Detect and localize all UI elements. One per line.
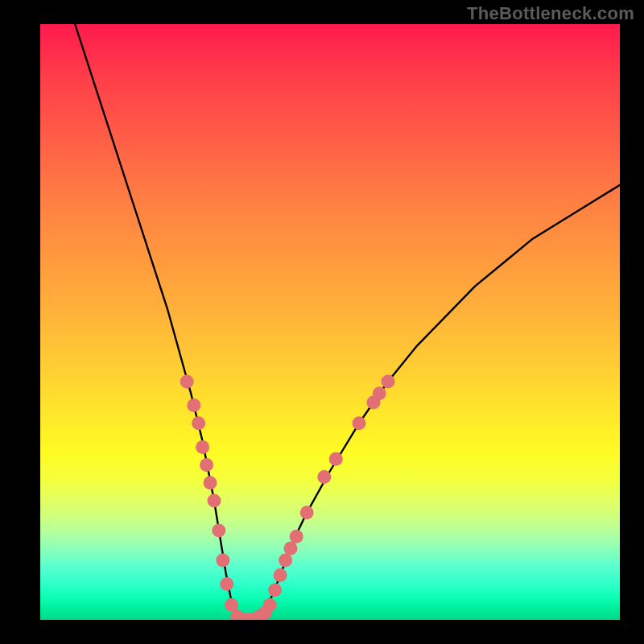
- data-marker: [212, 524, 225, 538]
- data-marker: [187, 398, 200, 412]
- plot-area: [40, 24, 620, 620]
- data-marker: [204, 476, 217, 489]
- data-marker: [196, 440, 209, 454]
- data-marker: [290, 530, 303, 543]
- data-marker: [216, 554, 229, 568]
- data-marker: [192, 416, 205, 430]
- data-markers: [180, 375, 395, 621]
- data-marker: [300, 506, 314, 519]
- chart-frame: TheBottleneck.com: [0, 0, 644, 644]
- data-marker: [274, 568, 287, 582]
- data-marker: [279, 554, 292, 568]
- data-marker: [268, 584, 282, 597]
- data-marker: [382, 375, 395, 389]
- data-marker: [220, 577, 233, 591]
- data-marker: [225, 598, 238, 612]
- watermark-text: TheBottleneck.com: [467, 3, 634, 24]
- data-marker: [180, 375, 194, 389]
- data-marker: [200, 458, 213, 472]
- chart-overlay: [40, 24, 620, 620]
- data-marker: [373, 386, 386, 400]
- data-marker: [263, 598, 277, 612]
- data-marker: [353, 416, 366, 430]
- data-marker: [317, 470, 331, 484]
- bottleneck-curve: [75, 24, 620, 620]
- data-marker: [329, 452, 343, 466]
- data-marker: [284, 542, 298, 555]
- data-marker: [208, 494, 221, 508]
